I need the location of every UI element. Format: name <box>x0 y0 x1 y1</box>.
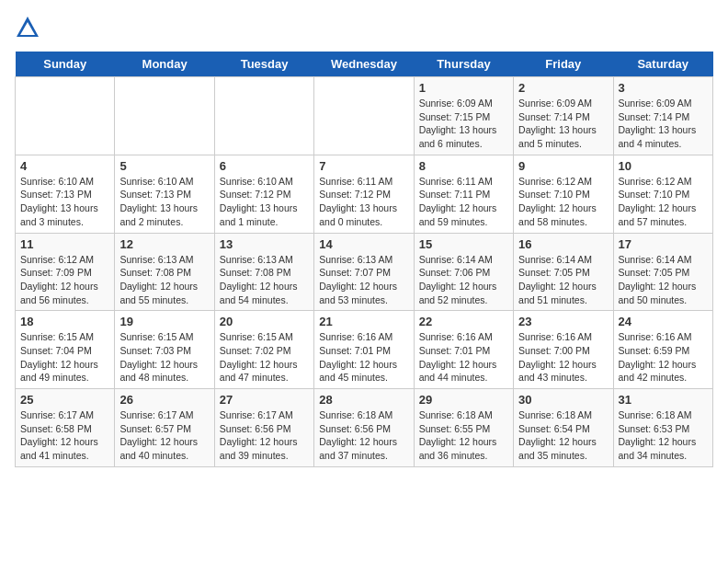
day-number: 28 <box>319 393 408 407</box>
day-info: Sunrise: 6:16 AM Sunset: 7:01 PM Dayligh… <box>419 330 508 385</box>
day-info: Sunrise: 6:15 AM Sunset: 7:03 PM Dayligh… <box>119 330 209 385</box>
day-number: 22 <box>419 315 508 328</box>
day-info: Sunrise: 6:18 AM Sunset: 6:55 PM Dayligh… <box>419 408 508 463</box>
day-info: Sunrise: 6:14 AM Sunset: 7:05 PM Dayligh… <box>619 253 708 307</box>
day-number: 30 <box>518 393 608 407</box>
calendar-cell: 2Sunrise: 6:09 AM Sunset: 7:14 PM Daylig… <box>514 77 613 155</box>
day-number: 2 <box>518 81 608 95</box>
calendar-cell: 24Sunrise: 6:16 AM Sunset: 6:59 PM Dayli… <box>613 311 712 389</box>
calendar-cell: 10Sunrise: 6:12 AM Sunset: 7:10 PM Dayli… <box>613 155 712 233</box>
day-info: Sunrise: 6:17 AM Sunset: 6:57 PM Dayligh… <box>119 408 209 463</box>
day-info: Sunrise: 6:17 AM Sunset: 6:58 PM Dayligh… <box>20 408 109 463</box>
logo <box>15 15 44 40</box>
day-info: Sunrise: 6:18 AM Sunset: 6:53 PM Dayligh… <box>619 408 708 463</box>
day-info: Sunrise: 6:13 AM Sunset: 7:08 PM Dayligh… <box>119 253 209 307</box>
calendar-cell: 23Sunrise: 6:16 AM Sunset: 7:00 PM Dayli… <box>514 311 613 389</box>
day-info: Sunrise: 6:12 AM Sunset: 7:09 PM Dayligh… <box>20 253 109 307</box>
day-number: 11 <box>20 237 109 251</box>
day-number: 25 <box>20 393 109 407</box>
day-number: 21 <box>319 315 408 328</box>
calendar-cell: 6Sunrise: 6:10 AM Sunset: 7:12 PM Daylig… <box>214 155 313 233</box>
day-info: Sunrise: 6:16 AM Sunset: 6:59 PM Dayligh… <box>619 330 708 385</box>
day-info: Sunrise: 6:10 AM Sunset: 7:13 PM Dayligh… <box>119 175 209 229</box>
calendar-cell <box>214 77 313 155</box>
day-info: Sunrise: 6:10 AM Sunset: 7:13 PM Dayligh… <box>20 175 109 229</box>
header-tuesday: Tuesday <box>214 52 313 77</box>
calendar-cell: 1Sunrise: 6:09 AM Sunset: 7:15 PM Daylig… <box>414 77 513 155</box>
calendar-cell: 25Sunrise: 6:17 AM Sunset: 6:58 PM Dayli… <box>16 389 115 467</box>
calendar-cell: 30Sunrise: 6:18 AM Sunset: 6:54 PM Dayli… <box>514 389 613 467</box>
calendar-cell: 17Sunrise: 6:14 AM Sunset: 7:05 PM Dayli… <box>613 233 712 311</box>
day-info: Sunrise: 6:13 AM Sunset: 7:07 PM Dayligh… <box>319 253 408 307</box>
calendar-cell: 31Sunrise: 6:18 AM Sunset: 6:53 PM Dayli… <box>613 389 712 467</box>
calendar-week-row: 4Sunrise: 6:10 AM Sunset: 7:13 PM Daylig… <box>16 155 713 233</box>
day-number: 8 <box>419 159 508 173</box>
day-number: 1 <box>419 81 508 95</box>
calendar-cell: 11Sunrise: 6:12 AM Sunset: 7:09 PM Dayli… <box>16 233 115 311</box>
header-sunday: Sunday <box>16 52 115 77</box>
calendar-week-row: 25Sunrise: 6:17 AM Sunset: 6:58 PM Dayli… <box>16 389 713 467</box>
day-number: 10 <box>619 159 708 173</box>
day-info: Sunrise: 6:11 AM Sunset: 7:12 PM Dayligh… <box>319 175 408 229</box>
day-info: Sunrise: 6:17 AM Sunset: 6:56 PM Dayligh… <box>220 408 309 463</box>
calendar-cell: 28Sunrise: 6:18 AM Sunset: 6:56 PM Dayli… <box>314 389 414 467</box>
calendar-cell: 3Sunrise: 6:09 AM Sunset: 7:14 PM Daylig… <box>613 77 712 155</box>
day-info: Sunrise: 6:14 AM Sunset: 7:05 PM Dayligh… <box>518 253 608 307</box>
calendar-cell: 18Sunrise: 6:15 AM Sunset: 7:04 PM Dayli… <box>16 311 115 389</box>
day-number: 4 <box>20 159 109 173</box>
calendar-week-row: 18Sunrise: 6:15 AM Sunset: 7:04 PM Dayli… <box>16 311 713 389</box>
day-info: Sunrise: 6:12 AM Sunset: 7:10 PM Dayligh… <box>619 175 708 229</box>
day-info: Sunrise: 6:10 AM Sunset: 7:12 PM Dayligh… <box>220 175 309 229</box>
day-info: Sunrise: 6:15 AM Sunset: 7:02 PM Dayligh… <box>220 330 309 385</box>
calendar-cell: 9Sunrise: 6:12 AM Sunset: 7:10 PM Daylig… <box>514 155 613 233</box>
day-number: 5 <box>119 159 209 173</box>
day-number: 14 <box>319 237 408 251</box>
calendar-cell: 20Sunrise: 6:15 AM Sunset: 7:02 PM Dayli… <box>214 311 313 389</box>
day-info: Sunrise: 6:14 AM Sunset: 7:06 PM Dayligh… <box>419 253 508 307</box>
calendar-cell <box>115 77 214 155</box>
day-number: 17 <box>619 237 708 251</box>
day-info: Sunrise: 6:13 AM Sunset: 7:08 PM Dayligh… <box>220 253 309 307</box>
day-info: Sunrise: 6:09 AM Sunset: 7:15 PM Dayligh… <box>419 97 508 151</box>
calendar-table: SundayMondayTuesdayWednesdayThursdayFrid… <box>15 52 713 467</box>
day-info: Sunrise: 6:15 AM Sunset: 7:04 PM Dayligh… <box>20 330 109 385</box>
calendar-cell: 21Sunrise: 6:16 AM Sunset: 7:01 PM Dayli… <box>314 311 414 389</box>
calendar-cell: 13Sunrise: 6:13 AM Sunset: 7:08 PM Dayli… <box>214 233 313 311</box>
day-number: 29 <box>419 393 508 407</box>
calendar-cell <box>16 77 115 155</box>
calendar-cell: 16Sunrise: 6:14 AM Sunset: 7:05 PM Dayli… <box>514 233 613 311</box>
day-number: 18 <box>20 315 109 328</box>
calendar-cell <box>314 77 414 155</box>
calendar-header-row: SundayMondayTuesdayWednesdayThursdayFrid… <box>16 52 713 77</box>
day-info: Sunrise: 6:11 AM Sunset: 7:11 PM Dayligh… <box>419 175 508 229</box>
calendar-cell: 12Sunrise: 6:13 AM Sunset: 7:08 PM Dayli… <box>115 233 214 311</box>
day-info: Sunrise: 6:16 AM Sunset: 7:01 PM Dayligh… <box>319 330 408 385</box>
calendar-cell: 27Sunrise: 6:17 AM Sunset: 6:56 PM Dayli… <box>214 389 313 467</box>
day-number: 24 <box>619 315 708 328</box>
header-wednesday: Wednesday <box>314 52 414 77</box>
logo-icon <box>15 15 40 40</box>
page-header <box>15 15 713 40</box>
calendar-cell: 19Sunrise: 6:15 AM Sunset: 7:03 PM Dayli… <box>115 311 214 389</box>
calendar-cell: 29Sunrise: 6:18 AM Sunset: 6:55 PM Dayli… <box>414 389 513 467</box>
day-number: 6 <box>220 159 309 173</box>
calendar-cell: 7Sunrise: 6:11 AM Sunset: 7:12 PM Daylig… <box>314 155 414 233</box>
day-info: Sunrise: 6:18 AM Sunset: 6:54 PM Dayligh… <box>518 408 608 463</box>
day-number: 15 <box>419 237 508 251</box>
day-info: Sunrise: 6:16 AM Sunset: 7:00 PM Dayligh… <box>518 330 608 385</box>
header-friday: Friday <box>514 52 613 77</box>
header-saturday: Saturday <box>613 52 712 77</box>
day-number: 3 <box>619 81 708 95</box>
calendar-cell: 8Sunrise: 6:11 AM Sunset: 7:11 PM Daylig… <box>414 155 513 233</box>
day-number: 27 <box>220 393 309 407</box>
day-info: Sunrise: 6:09 AM Sunset: 7:14 PM Dayligh… <box>518 97 608 151</box>
day-number: 31 <box>619 393 708 407</box>
header-monday: Monday <box>115 52 214 77</box>
day-info: Sunrise: 6:09 AM Sunset: 7:14 PM Dayligh… <box>619 97 708 151</box>
day-number: 9 <box>518 159 608 173</box>
day-number: 19 <box>119 315 209 328</box>
calendar-week-row: 1Sunrise: 6:09 AM Sunset: 7:15 PM Daylig… <box>16 77 713 155</box>
day-number: 20 <box>220 315 309 328</box>
calendar-cell: 14Sunrise: 6:13 AM Sunset: 7:07 PM Dayli… <box>314 233 414 311</box>
day-number: 23 <box>518 315 608 328</box>
